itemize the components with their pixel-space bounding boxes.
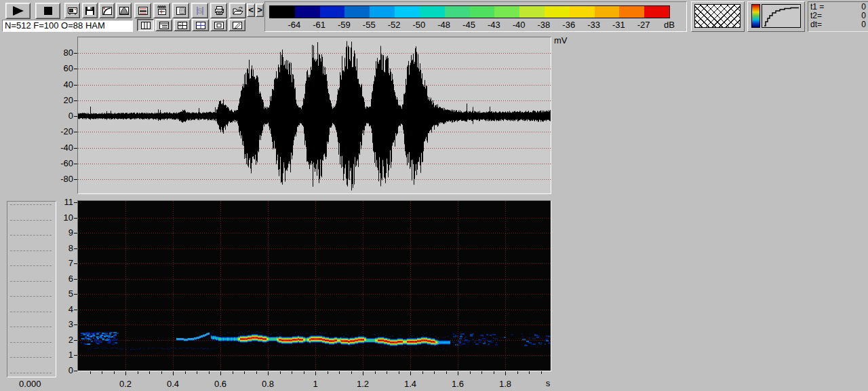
color-scale-segment xyxy=(519,6,545,18)
save-icon xyxy=(85,6,95,16)
spectrogram-xtick-label: 1.6 xyxy=(444,379,471,389)
spectrogram-ytick-label: 8 xyxy=(47,243,73,253)
color-scale-tick-label: -59 xyxy=(334,20,354,30)
stop-icon xyxy=(43,5,54,16)
spectrogram-xtick xyxy=(102,371,102,374)
spectrogram-ytick-label: 7 xyxy=(47,258,73,268)
display-lines-button[interactable] xyxy=(134,3,151,18)
dither-box-button[interactable] xyxy=(172,3,189,18)
level-meter-line xyxy=(10,220,52,221)
color-scale-tick-label: -64 xyxy=(284,20,304,30)
spectrogram-xtick xyxy=(149,371,150,374)
grid-cross-view-icon xyxy=(177,21,188,30)
rows-view-icon xyxy=(159,21,170,30)
color-scale-segment xyxy=(619,6,644,18)
spectrogram-x-unit-label: s xyxy=(541,379,555,388)
window-function-button[interactable] xyxy=(116,3,132,18)
waveform-ytick-label: -60 xyxy=(47,158,73,168)
color-scale-tick-label: -31 xyxy=(608,20,629,30)
color-scale-segment xyxy=(270,6,295,18)
spectrogram-xtick xyxy=(197,371,197,374)
hatch-pattern-box[interactable] xyxy=(691,1,745,32)
app-window: S < > N=512 F=100 O=88 HAM xyxy=(0,0,868,391)
spectrogram-ytick xyxy=(74,279,77,280)
inner-box-view-button[interactable] xyxy=(210,19,227,31)
edit-view-icon xyxy=(232,21,243,30)
waveform-plot[interactable] xyxy=(77,37,551,194)
play-button[interactable] xyxy=(5,3,31,19)
spectrogram-xtick xyxy=(114,371,115,374)
save-button[interactable] xyxy=(82,3,98,18)
spectrogram-xtick-label: 0.6 xyxy=(207,379,234,389)
spectrogram-xtick-label: 1.4 xyxy=(397,379,424,389)
spectrogram-xtick xyxy=(375,371,376,374)
waveform-ytick-label: 80 xyxy=(47,48,73,58)
open-folder-button[interactable] xyxy=(229,3,246,18)
spectrogram-xtick xyxy=(505,371,506,375)
waveform-ytick xyxy=(74,116,77,117)
level-meter-line xyxy=(10,235,52,236)
spectrogram-xtick xyxy=(541,371,542,374)
spectrogram-xtick xyxy=(399,371,399,374)
color-scale-segment xyxy=(420,6,445,18)
window-function-icon xyxy=(119,6,130,16)
color-scale-segment xyxy=(295,6,320,18)
spectrogram-xtick xyxy=(434,371,435,374)
spectrogram-xtick xyxy=(458,371,458,375)
waveform-ytick xyxy=(74,164,77,164)
edit-view-button[interactable] xyxy=(229,19,245,31)
spectrogram-ytick xyxy=(74,218,77,219)
gain-curve-icon xyxy=(762,4,801,28)
rows-view-button[interactable] xyxy=(155,19,172,31)
grid-blue-cross-view-button[interactable] xyxy=(192,19,209,31)
spectrogram-plot[interactable] xyxy=(77,200,551,371)
next-icon: > xyxy=(257,7,262,14)
spectrogram-ytick xyxy=(74,248,77,249)
spectrogram-xtick-label: 1.2 xyxy=(349,379,376,389)
scope-button[interactable] xyxy=(64,3,80,18)
grid-cross-view-button[interactable] xyxy=(174,19,191,31)
spectrogram-ytick xyxy=(74,263,77,264)
spectrogram-xtick xyxy=(446,371,447,374)
prev-button[interactable]: < xyxy=(247,3,255,17)
spectrogram-xtick xyxy=(220,371,221,375)
waveform-ytick xyxy=(74,53,77,54)
spectrogram-ytick xyxy=(74,233,77,234)
spectrogram-ytick-label: 5 xyxy=(47,288,73,299)
spectrogram-xtick xyxy=(233,371,233,374)
spectrogram-xtick xyxy=(315,371,316,375)
color-scale-segment xyxy=(320,6,345,18)
color-scale-tick-label: -55 xyxy=(359,20,379,30)
spectrogram-xtick xyxy=(529,371,530,374)
spectrogram-xtick xyxy=(209,371,210,374)
spectrogram-xtick xyxy=(185,371,186,374)
spectrogram-ytick xyxy=(74,371,77,371)
svg-text:S: S xyxy=(197,7,202,15)
comb-box-button[interactable] xyxy=(153,3,170,18)
waveform-ytick-label: -40 xyxy=(47,143,73,153)
spectrogram-xtick xyxy=(363,371,363,375)
color-scale-segment xyxy=(494,6,519,18)
stop-button[interactable] xyxy=(35,3,60,19)
color-scale-tick-label: -45 xyxy=(459,20,479,30)
transfer-curve-button[interactable] xyxy=(99,3,115,18)
print-button[interactable] xyxy=(210,3,227,18)
color-scale-tick-label: -33 xyxy=(584,20,604,30)
level-meter-line xyxy=(10,296,52,297)
open-folder-icon xyxy=(232,6,243,16)
level-meter-line xyxy=(10,250,52,251)
fft-settings-text: N=512 F=100 O=88 HAM xyxy=(5,20,105,31)
spectrogram-xtick xyxy=(280,371,281,374)
waveform-ytick xyxy=(74,132,77,132)
level-meter-line xyxy=(10,312,52,312)
columns-view-button[interactable] xyxy=(137,19,154,31)
s-curves-button[interactable]: S xyxy=(191,3,208,18)
columns-view-icon xyxy=(140,21,151,30)
next-button[interactable]: > xyxy=(256,3,264,17)
transfer-curve-box[interactable] xyxy=(747,1,805,32)
spectrogram-xtick-label: 0.8 xyxy=(254,379,281,389)
waveform-ytick xyxy=(74,179,77,180)
dt-row: dt= 0 xyxy=(810,20,866,29)
waveform-ytick-label: 20 xyxy=(47,95,73,105)
spectrogram-ytick xyxy=(74,324,77,325)
